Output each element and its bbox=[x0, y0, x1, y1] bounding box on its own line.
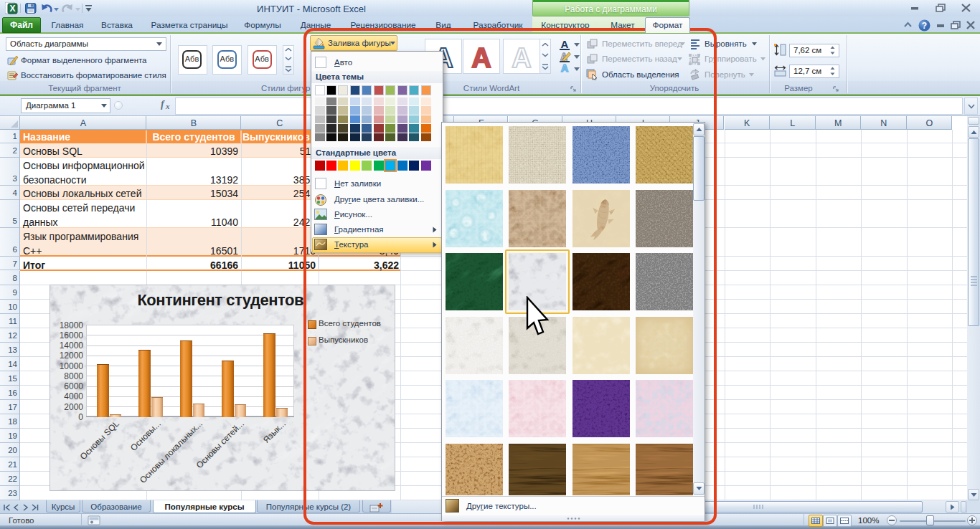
svg-text:?: ? bbox=[922, 21, 927, 31]
svg-text:X: X bbox=[9, 4, 15, 14]
